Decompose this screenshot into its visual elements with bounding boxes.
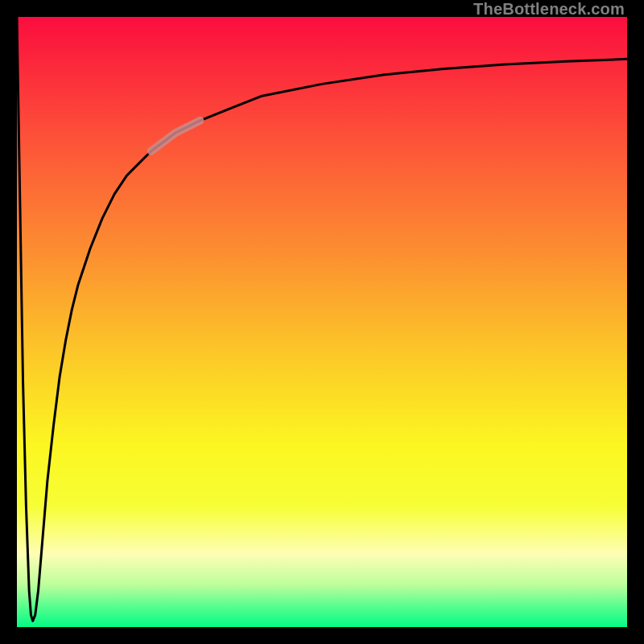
highlight-segment — [151, 121, 200, 151]
curve-layer — [17, 17, 627, 627]
bottleneck-curve — [17, 17, 627, 621]
plot-area — [17, 17, 627, 627]
chart-container: TheBottleneck.com — [0, 0, 644, 644]
watermark-label: TheBottleneck.com — [473, 0, 625, 19]
